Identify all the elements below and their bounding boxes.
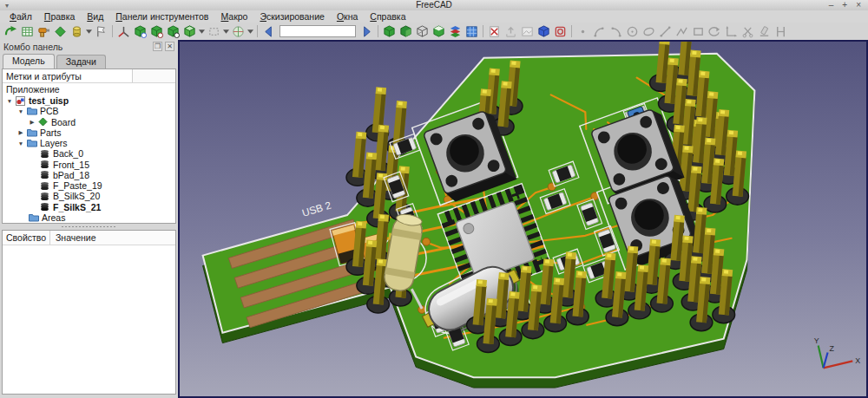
axis-indicator: X Y Z [814,336,861,369]
circle-icon[interactable] [624,23,641,39]
tree-item-b-silks-20[interactable]: B_SilkS_20 [3,191,175,201]
folder-icon [27,127,37,137]
expand-arrow[interactable]: ▶ [29,119,36,126]
property-editor: Свойство Значение [2,230,176,395]
menu-file[interactable]: Файл [3,11,38,22]
panel-splitter[interactable] [0,224,178,230]
tab-tasks[interactable]: Задачи [56,55,106,69]
pad-dropdown-icon[interactable] [85,23,93,39]
cube-add-icon[interactable] [132,23,148,39]
line-icon[interactable] [657,23,674,39]
cube-subtract-icon[interactable] [148,23,165,39]
tree-item-board[interactable]: ▶ Board [3,117,175,127]
layer-icon [40,181,50,191]
panel-close-button[interactable]: ✕ [165,42,174,51]
selection-box-icon[interactable] [206,23,222,39]
rotate-icon[interactable] [707,23,723,39]
arc-icon[interactable] [591,23,608,39]
tree-item-layers[interactable]: ▼ Layers [3,138,175,148]
view-wireframe-icon[interactable] [414,23,431,39]
image-icon[interactable] [519,23,536,39]
menu-toolbars[interactable]: Панели инструментов [109,11,214,22]
tree-item-parts[interactable]: ▶ Parts [3,127,175,138]
expand-arrow[interactable]: ▼ [6,98,13,104]
box-icon[interactable] [181,23,198,39]
close-button[interactable]: × [856,1,861,10]
menu-sketch[interactable]: Эскизирование [253,11,330,22]
axis-z-label: Z [830,344,835,353]
menu-edit[interactable]: Правка [38,11,81,22]
box-blue-icon[interactable] [536,23,552,39]
pcb-scene[interactable]: USB 2 LED [180,42,866,396]
window-menu-chevron-icon[interactable]: ▾ [5,2,9,10]
menu-view[interactable]: Вид [81,11,109,22]
view-shaded-icon[interactable] [431,23,447,39]
polyline-icon[interactable] [674,23,690,39]
box-dropdown-icon[interactable] [198,23,206,39]
rectangle-icon[interactable] [690,23,707,39]
ellipse-icon[interactable] [641,23,657,39]
minimize-button[interactable]: – [829,1,834,10]
stamp-icon[interactable] [552,23,569,39]
clipboard-icon[interactable] [486,23,503,39]
layer-icon [40,170,50,179]
sphere-dropdown-icon[interactable] [247,23,254,39]
drill-icon[interactable] [36,23,52,39]
sphere-icon[interactable] [230,23,247,39]
menu-help[interactable]: Справка [364,11,411,22]
tab-model[interactable]: Модель [3,54,55,69]
layers-icon[interactable] [447,23,464,39]
axes-icon[interactable] [723,23,740,39]
dimension-icon[interactable] [773,23,789,39]
face-icon[interactable] [52,23,69,39]
tree-item-bpad-18[interactable]: bPad_18 [3,170,175,180]
panel-float-button[interactable]: ❐ [153,42,162,51]
nav-back-icon[interactable] [260,23,277,39]
tree-item-pcb[interactable]: ▼ PCB [3,106,175,116]
tree-item-front-15[interactable]: Front_15 [3,160,175,170]
tree-item-back-0[interactable]: Back_0 [3,148,175,159]
view-ortho-icon[interactable] [398,23,414,39]
property-column-header[interactable]: Свойство [3,231,50,245]
axis-cross-icon[interactable] [115,23,132,39]
folder-icon [27,139,37,148]
cube-common-icon[interactable] [165,23,181,39]
texture-icon[interactable] [464,23,480,39]
layer-icon [40,160,50,169]
nav-input[interactable] [279,25,356,37]
menu-windows[interactable]: Окна [331,11,364,22]
3d-viewport[interactable]: USB 2 LED [178,40,868,398]
expand-arrow[interactable]: ▼ [17,108,24,114]
expand-arrow[interactable]: ▼ [17,140,24,147]
maximize-button[interactable]: + [842,1,847,10]
value-column-header[interactable]: Значение [50,231,175,245]
silkscreen-label-usb: USB 2 [300,199,332,219]
tree-column-header[interactable]: Метки и атрибуты [3,69,133,82]
point-icon[interactable] [575,23,591,39]
combo-panel-title: Комбо панель [3,42,62,52]
window-title: FreeCAD [0,0,868,10]
folder-icon [27,107,37,116]
tree-item-f-paste-19[interactable]: F_Paste_19 [3,180,175,191]
axis-y-label: Y [814,336,819,345]
grid-icon[interactable] [19,23,36,39]
expand-arrow[interactable]: ▶ [17,129,24,136]
view-iso-icon[interactable] [381,23,398,39]
flag-icon[interactable] [93,23,109,39]
trim-icon[interactable] [756,23,773,39]
export-icon[interactable] [503,23,519,39]
tree-item-test-uisp[interactable]: ▼ test_uisp [3,95,175,106]
tree-item-f-silks-21[interactable]: F_SilkS_21 [3,202,175,212]
arc-2-icon[interactable] [608,23,624,39]
folder-icon [29,212,39,222]
sketch-icon[interactable] [3,23,19,39]
tree-item-areas[interactable]: Areas [3,212,175,223]
scissors-icon[interactable] [740,23,756,39]
menu-macro[interactable]: Макро [214,11,253,22]
toolbar [0,23,868,40]
combo-panel: Комбо панель ❐ ✕ Модель Задачи Метки и а… [0,40,178,398]
nav-forward-icon[interactable] [358,23,375,39]
pad-icon[interactable] [69,23,85,39]
menu-bar: Файл Правка Вид Панели инструментов Макр… [0,10,868,23]
selection-dropdown-icon[interactable] [222,23,230,39]
